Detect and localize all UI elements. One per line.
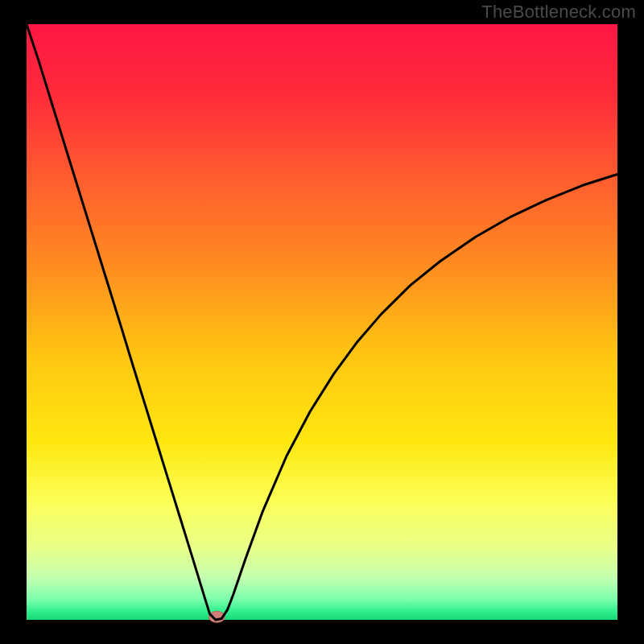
chart-frame: TheBottleneck.com (0, 0, 644, 644)
plot-background (27, 24, 617, 620)
watermark-text: TheBottleneck.com (481, 2, 636, 23)
bottleneck-chart (0, 0, 644, 644)
